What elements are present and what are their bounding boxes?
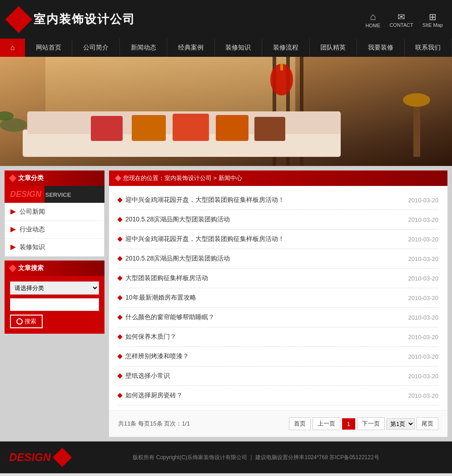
svg-rect-13 [280,64,283,70]
nav-item-5[interactable]: 装修流程 [262,39,309,57]
sitemap-nav-item[interactable]: SItE Map [422,11,443,28]
news-title[interactable]: 2010.5.28滨湖品阁大型团装团购活动 [125,255,230,263]
bullet-icon [117,217,122,222]
news-title[interactable]: 迎中兴金鸡湖花园开盘，大型团装团购征集样板房活动！ [125,235,284,243]
nav-item-4[interactable]: 装修知识 [215,39,262,57]
main-navigation: ⌂ 网站首页 公司简介 新闻动态 经典案例 装修知识 装修流程 团队精英 我要装… [0,39,452,57]
sidebar-search-title: 文章搜索 [5,261,104,276]
news-item-4: 大型团装团购征集样板房活动 2010-03-20 [118,269,438,288]
news-date: 2010-03-20 [408,236,439,243]
news-date: 2010-03-20 [408,295,439,301]
category-select[interactable]: 请选择分类 [10,281,99,295]
breadcrumb: 您现在的位置：室内装饰设计公司 > 新闻中心 [109,170,447,186]
svg-rect-16 [413,102,420,157]
first-page-button[interactable]: 首页 [289,417,311,430]
pagination-info: 共11条 每页15条 页次：1/1 [118,420,190,428]
content-wrapper: 文章分类 DESIGN SERVICE 公司新闻 行业动态 装修知识 文 [0,166,452,441]
search-button[interactable]: 搜索 [10,315,43,328]
news-title[interactable]: 怎样辨别烤漆和喷漆？ [125,352,189,361]
nav-item-8[interactable]: 联系我们 [405,39,452,57]
logo-area: 室内装饰设计公司 [9,10,135,29]
sitemap-icon [429,11,437,22]
news-title[interactable]: 10年最新潮婚房布置攻略 [125,294,196,302]
news-date: 2010-03-20 [408,197,439,204]
news-title[interactable]: 什么颜色的窗帘能够帮助睡眠？ [125,313,214,321]
next-page-button[interactable]: 下一页 [357,417,385,430]
news-date: 2010-03-20 [408,256,439,262]
header-navigation: HOME CONTACT SItE Map [365,11,443,28]
news-list: 迎中兴金鸡湖花园开盘，大型团装团购征集样板房活动！ 2010-03-20 201… [109,186,447,410]
bullet-icon [117,373,122,378]
nav-item-7[interactable]: 我要装修 [357,39,404,57]
contact-icon [397,11,405,22]
logo-diamond-icon [5,6,32,33]
news-title[interactable]: 2010.5.28滨湖品阁大型团装团购活动 [125,215,230,224]
svg-point-17 [403,93,430,107]
news-item-0: 迎中兴金鸡湖花园开盘，大型团装团购征集样板房活动！ 2010-03-20 [118,190,438,210]
news-title[interactable]: 迎中兴金鸡湖花园开盘，大型团装团购征集样板房活动！ [125,196,284,204]
news-date: 2010-03-20 [408,373,439,380]
search-text-input[interactable] [10,298,99,311]
nav-item-1[interactable]: 公司简介 [72,39,119,57]
bullet-icon [117,295,122,300]
header: 室内装饰设计公司 HOME CONTACT SItE Map [0,0,452,39]
news-item-1: 2010.5.28滨湖品阁大型团装团购活动 2010-03-20 [118,210,438,230]
nav-item-3[interactable]: 经典案例 [167,39,214,57]
hero-banner [0,57,452,166]
sidebar-menu: 公司新闻 行业动态 装修知识 [5,203,104,257]
news-date: 2010-03-20 [408,275,439,282]
nav-item-2[interactable]: 新闻动态 [120,39,167,57]
home-icon [370,11,376,23]
bullet-icon [117,334,122,339]
bullet-icon [117,393,122,398]
sidebar-item-renovation-knowledge[interactable]: 装修知识 [5,239,104,256]
footer-diamond-icon [53,448,72,467]
news-item-7: 如何保养木质门？ 2010-03-20 [118,327,438,347]
news-title[interactable]: 大型团装团购征集样板房活动 [125,274,208,282]
design-service-banner: DESIGN SERVICE [5,186,104,203]
sidebar-category-title: 文章分类 [5,170,104,186]
sidebar: 文章分类 DESIGN SERVICE 公司新闻 行业动态 装修知识 文 [5,170,104,437]
banner-image [0,57,452,166]
last-page-button[interactable]: 尾页 [417,417,438,430]
footer: DESIGN 版权所有 Copyright(C)乐饰家装饰设计有限公司 ｜ 建议… [0,441,452,473]
arrow-icon [10,245,16,250]
nav-home-icon-button[interactable]: ⌂ [0,39,25,57]
nav-item-0[interactable]: 网站首页 [25,39,72,57]
bullet-icon [117,354,122,359]
bullet-icon [117,197,122,202]
svg-rect-11 [254,117,285,141]
svg-rect-9 [173,114,209,141]
logo-text: 室内装饰设计公司 [34,11,135,27]
news-date: 2010-03-20 [408,353,439,360]
current-page: 1 [342,418,355,430]
contact-label: CONTACT [389,22,413,28]
bullet-icon [117,256,122,261]
news-date: 2010-03-20 [408,216,439,223]
sidebar-item-company-news[interactable]: 公司新闻 [5,203,104,221]
pagination-controls: 首页 上一页 1 下一页 第1页 尾页 [289,417,438,430]
home-nav-item[interactable]: HOME [365,11,380,28]
news-date: 2010-03-20 [408,314,439,321]
sidebar-item-industry-news[interactable]: 行业动态 [5,221,104,239]
news-title[interactable]: 壁纸选择小常识 [125,372,170,380]
home-label: HOME [365,23,380,28]
news-item-2: 迎中兴金鸡湖花园开盘，大型团装团购征集样板房活动！ 2010-03-20 [118,230,438,249]
news-title[interactable]: 如何选择厨房瓷砖？ [125,391,183,400]
news-item-10: 如何选择厨房瓷砖？ 2010-03-20 [118,386,438,406]
prev-page-button[interactable]: 上一页 [313,417,340,430]
news-date: 2010-03-20 [408,334,439,341]
nav-item-6[interactable]: 团队精英 [310,39,357,57]
bullet-icon [117,315,122,320]
news-item-9: 壁纸选择小常识 2010-03-20 [118,366,438,386]
news-title[interactable]: 如何保养木质门？ [125,333,176,341]
page-select[interactable]: 第1页 [387,418,415,430]
news-item-6: 什么颜色的窗帘能够帮助睡眠？ 2010-03-20 [118,308,438,327]
breadcrumb-diamond-icon [115,175,121,181]
arrow-icon [10,209,16,215]
diamond-icon [9,265,17,272]
news-date: 2010-03-20 [408,392,439,399]
svg-rect-8 [132,115,166,141]
news-item-5: 10年最新潮婚房布置攻略 2010-03-20 [118,288,438,308]
contact-nav-item[interactable]: CONTACT [389,11,413,28]
